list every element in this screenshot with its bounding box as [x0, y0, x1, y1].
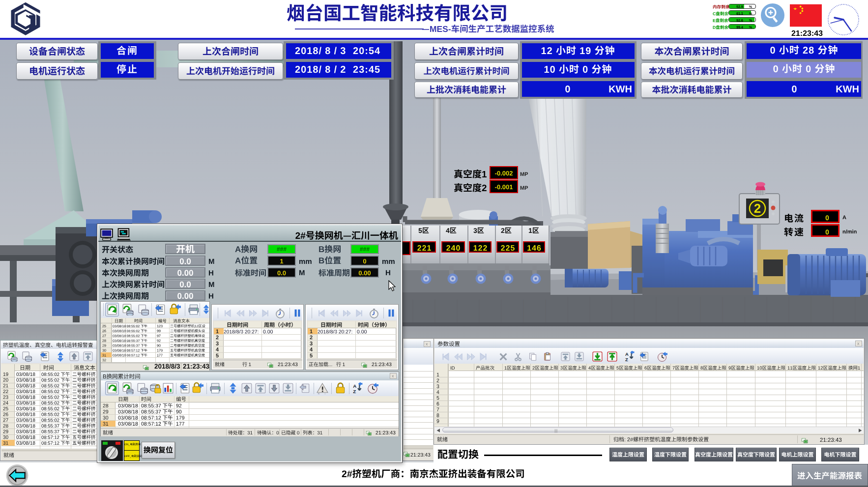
svg-text:A: A	[625, 351, 629, 357]
svg-text:A: A	[353, 383, 356, 389]
svg-text:Z: Z	[353, 389, 356, 394]
svg-text:Z: Z	[625, 357, 628, 362]
